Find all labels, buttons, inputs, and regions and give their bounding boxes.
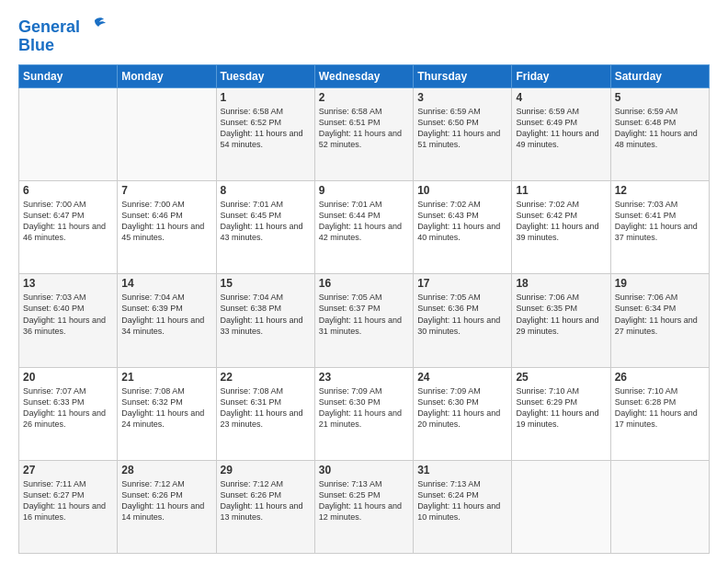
weekday-header-monday: Monday: [118, 64, 216, 87]
calendar-cell: 19Sunrise: 7:06 AM Sunset: 6:34 PM Dayli…: [610, 274, 709, 367]
calendar-cell: [512, 460, 610, 553]
page: General Blue SundayMondayTuesdayWednesda…: [0, 0, 728, 563]
day-info: Sunrise: 7:04 AM Sunset: 6:38 PM Dayligh…: [221, 292, 311, 337]
day-number: 12: [615, 184, 705, 197]
day-info: Sunrise: 7:09 AM Sunset: 6:30 PM Dayligh…: [417, 385, 507, 431]
day-number: 31: [417, 464, 507, 477]
week-row-4: 20Sunrise: 7:07 AM Sunset: 6:33 PM Dayli…: [19, 367, 710, 460]
calendar-cell: 26Sunrise: 7:10 AM Sunset: 6:28 PM Dayli…: [610, 367, 709, 460]
calendar-cell: 4Sunrise: 6:59 AM Sunset: 6:49 PM Daylig…: [512, 87, 610, 180]
day-number: 13: [23, 277, 113, 290]
day-info: Sunrise: 7:06 AM Sunset: 6:35 PM Dayligh…: [516, 292, 606, 337]
calendar-cell: [118, 87, 216, 180]
calendar-cell: 23Sunrise: 7:09 AM Sunset: 6:30 PM Dayli…: [314, 367, 413, 460]
calendar-cell: 6Sunrise: 7:00 AM Sunset: 6:47 PM Daylig…: [19, 181, 118, 274]
calendar-cell: 14Sunrise: 7:04 AM Sunset: 6:39 PM Dayli…: [118, 274, 216, 367]
day-number: 11: [516, 184, 606, 197]
weekday-header-saturday: Saturday: [610, 64, 709, 87]
calendar-header: SundayMondayTuesdayWednesdayThursdayFrid…: [19, 64, 710, 87]
day-info: Sunrise: 6:59 AM Sunset: 6:50 PM Dayligh…: [417, 106, 507, 151]
day-number: 24: [417, 371, 507, 384]
calendar-cell: 30Sunrise: 7:13 AM Sunset: 6:25 PM Dayli…: [314, 460, 413, 553]
calendar-cell: 29Sunrise: 7:12 AM Sunset: 6:26 PM Dayli…: [216, 460, 314, 553]
calendar-cell: 8Sunrise: 7:01 AM Sunset: 6:45 PM Daylig…: [216, 181, 314, 274]
calendar-cell: 16Sunrise: 7:05 AM Sunset: 6:37 PM Dayli…: [314, 274, 413, 367]
day-number: 7: [121, 184, 211, 197]
calendar-cell: 15Sunrise: 7:04 AM Sunset: 6:38 PM Dayli…: [216, 274, 314, 367]
day-number: 17: [417, 277, 507, 290]
day-number: 25: [516, 371, 606, 384]
day-info: Sunrise: 7:10 AM Sunset: 6:29 PM Dayligh…: [516, 385, 606, 431]
calendar-cell: 13Sunrise: 7:03 AM Sunset: 6:40 PM Dayli…: [19, 274, 118, 367]
week-row-1: 1Sunrise: 6:58 AM Sunset: 6:52 PM Daylig…: [19, 87, 710, 180]
day-number: 8: [221, 184, 311, 197]
day-info: Sunrise: 7:13 AM Sunset: 6:25 PM Dayligh…: [319, 478, 409, 523]
day-info: Sunrise: 7:08 AM Sunset: 6:32 PM Dayligh…: [121, 385, 211, 431]
day-info: Sunrise: 6:59 AM Sunset: 6:49 PM Dayligh…: [516, 106, 606, 151]
logo-text2: Blue: [18, 37, 54, 55]
day-number: 21: [121, 371, 211, 384]
weekday-header-friday: Friday: [512, 64, 610, 87]
day-number: 14: [121, 277, 211, 290]
day-number: 3: [417, 91, 507, 104]
calendar-cell: 9Sunrise: 7:01 AM Sunset: 6:44 PM Daylig…: [314, 181, 413, 274]
calendar-body: 1Sunrise: 6:58 AM Sunset: 6:52 PM Daylig…: [19, 87, 710, 553]
day-number: 28: [121, 464, 211, 477]
day-number: 16: [319, 277, 409, 290]
day-info: Sunrise: 7:00 AM Sunset: 6:46 PM Dayligh…: [121, 199, 211, 244]
logo: General Blue: [18, 15, 108, 55]
calendar-cell: 3Sunrise: 6:59 AM Sunset: 6:50 PM Daylig…: [414, 87, 512, 180]
calendar-cell: 2Sunrise: 6:58 AM Sunset: 6:51 PM Daylig…: [314, 87, 413, 180]
day-number: 30: [319, 464, 409, 477]
day-info: Sunrise: 7:03 AM Sunset: 6:40 PM Dayligh…: [23, 292, 113, 337]
day-number: 10: [417, 184, 507, 197]
logo-bird-icon: [82, 15, 108, 40]
week-row-5: 27Sunrise: 7:11 AM Sunset: 6:27 PM Dayli…: [19, 460, 710, 553]
day-info: Sunrise: 7:00 AM Sunset: 6:47 PM Dayligh…: [23, 199, 113, 244]
calendar-cell: 24Sunrise: 7:09 AM Sunset: 6:30 PM Dayli…: [414, 367, 512, 460]
day-info: Sunrise: 7:02 AM Sunset: 6:43 PM Dayligh…: [417, 199, 507, 244]
calendar-cell: 21Sunrise: 7:08 AM Sunset: 6:32 PM Dayli…: [118, 367, 216, 460]
day-info: Sunrise: 7:11 AM Sunset: 6:27 PM Dayligh…: [23, 478, 113, 523]
day-info: Sunrise: 7:02 AM Sunset: 6:42 PM Dayligh…: [516, 199, 606, 244]
header: General Blue: [18, 15, 710, 55]
day-number: 20: [23, 371, 113, 384]
day-info: Sunrise: 7:12 AM Sunset: 6:26 PM Dayligh…: [121, 478, 211, 523]
calendar-cell: 31Sunrise: 7:13 AM Sunset: 6:24 PM Dayli…: [414, 460, 512, 553]
weekday-header-wednesday: Wednesday: [314, 64, 413, 87]
day-number: 9: [319, 184, 409, 197]
calendar-cell: 17Sunrise: 7:05 AM Sunset: 6:36 PM Dayli…: [414, 274, 512, 367]
calendar-cell: 25Sunrise: 7:10 AM Sunset: 6:29 PM Dayli…: [512, 367, 610, 460]
day-info: Sunrise: 7:12 AM Sunset: 6:26 PM Dayligh…: [221, 478, 311, 523]
calendar-cell: 5Sunrise: 6:59 AM Sunset: 6:48 PM Daylig…: [610, 87, 709, 180]
calendar-table: SundayMondayTuesdayWednesdayThursdayFrid…: [18, 64, 710, 554]
day-info: Sunrise: 7:05 AM Sunset: 6:37 PM Dayligh…: [319, 292, 409, 337]
day-number: 6: [23, 184, 113, 197]
day-number: 18: [516, 277, 606, 290]
calendar-cell: 10Sunrise: 7:02 AM Sunset: 6:43 PM Dayli…: [414, 181, 512, 274]
calendar-cell: [19, 87, 118, 180]
calendar-cell: 27Sunrise: 7:11 AM Sunset: 6:27 PM Dayli…: [19, 460, 118, 553]
day-info: Sunrise: 7:07 AM Sunset: 6:33 PM Dayligh…: [23, 385, 113, 431]
day-info: Sunrise: 7:01 AM Sunset: 6:44 PM Dayligh…: [319, 199, 409, 244]
weekday-header-sunday: Sunday: [19, 64, 118, 87]
weekday-header-thursday: Thursday: [414, 64, 512, 87]
day-number: 2: [319, 91, 409, 104]
calendar-cell: 1Sunrise: 6:58 AM Sunset: 6:52 PM Daylig…: [216, 87, 314, 180]
day-number: 27: [23, 464, 113, 477]
day-info: Sunrise: 6:58 AM Sunset: 6:52 PM Dayligh…: [221, 106, 311, 151]
day-info: Sunrise: 7:06 AM Sunset: 6:34 PM Dayligh…: [615, 292, 705, 337]
day-info: Sunrise: 7:08 AM Sunset: 6:31 PM Dayligh…: [221, 385, 311, 431]
calendar-cell: [610, 460, 709, 553]
day-number: 23: [319, 371, 409, 384]
day-info: Sunrise: 7:10 AM Sunset: 6:28 PM Dayligh…: [615, 385, 705, 431]
week-row-3: 13Sunrise: 7:03 AM Sunset: 6:40 PM Dayli…: [19, 274, 710, 367]
day-info: Sunrise: 6:59 AM Sunset: 6:48 PM Dayligh…: [615, 106, 705, 151]
calendar-cell: 11Sunrise: 7:02 AM Sunset: 6:42 PM Dayli…: [512, 181, 610, 274]
calendar-cell: 22Sunrise: 7:08 AM Sunset: 6:31 PM Dayli…: [216, 367, 314, 460]
day-number: 22: [221, 371, 311, 384]
calendar-cell: 18Sunrise: 7:06 AM Sunset: 6:35 PM Dayli…: [512, 274, 610, 367]
weekday-header-tuesday: Tuesday: [216, 64, 314, 87]
day-info: Sunrise: 7:09 AM Sunset: 6:30 PM Dayligh…: [319, 385, 409, 431]
day-info: Sunrise: 7:03 AM Sunset: 6:41 PM Dayligh…: [615, 199, 705, 244]
